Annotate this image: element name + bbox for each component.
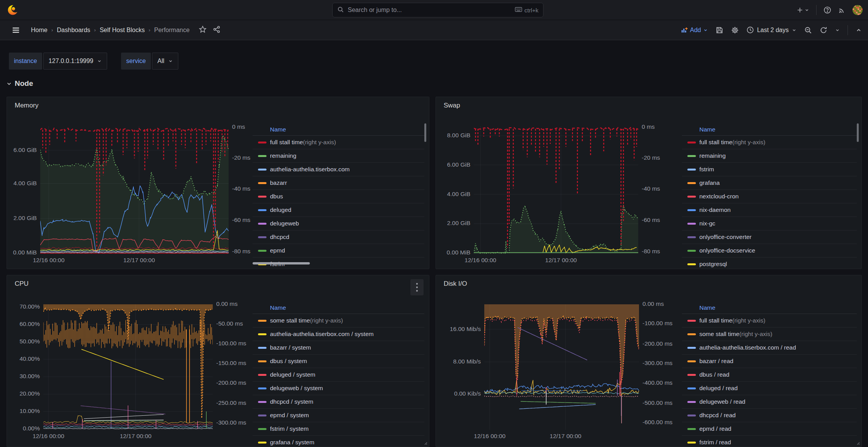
favorite-star-icon[interactable] [199, 26, 207, 35]
legend-series-swatch [687, 169, 696, 171]
time-range-picker[interactable]: Last 2 days [747, 26, 796, 34]
y-axis-label: 0.00 MiB [7, 249, 37, 256]
legend-horizontal-scrollbar-thumb[interactable] [253, 262, 310, 264]
panel-resize-handle[interactable] [422, 440, 428, 445]
legend-row[interactable]: dbus / system [253, 355, 424, 368]
legend-row[interactable]: grafana [682, 176, 857, 190]
chart-series [518, 328, 587, 360]
breadcrumb-dashboards[interactable]: Dashboards [57, 27, 90, 34]
legend-row[interactable]: authelia-authelia.tiserbox.com / system [253, 328, 424, 341]
legend-row[interactable]: nix-daemon [682, 203, 857, 217]
legend-series-swatch [258, 236, 267, 238]
legend-row[interactable]: some stall time (right y-axis) [682, 328, 857, 341]
variable-label-instance[interactable]: instance [9, 53, 42, 70]
legend-row[interactable]: delugeweb / system [253, 382, 424, 395]
legend-row[interactable]: onlyoffice-docservice [682, 244, 857, 258]
help-button[interactable] [824, 6, 831, 14]
right-y-axis-label: 0.00 ms [216, 300, 238, 307]
legend-row[interactable]: dhcpcd [253, 230, 424, 244]
variable-value-service[interactable]: All [152, 53, 178, 70]
keyboard-icon [515, 7, 522, 14]
right-y-axis-label: -250.00 ms [216, 399, 246, 406]
time-series-chart[interactable] [484, 304, 639, 430]
legend-series-name: delugeweb [270, 220, 299, 227]
legend-row[interactable]: deluged / read [682, 382, 857, 395]
legend-row[interactable]: some stall time (right y-axis) [253, 314, 424, 328]
legend-row[interactable]: authelia-authelia.tiserbox.com / read [682, 341, 857, 355]
time-series-chart[interactable] [43, 304, 213, 430]
add-panel-button[interactable]: Add [681, 27, 708, 34]
legend-row[interactable]: delugeweb / read [682, 395, 857, 409]
legend-row[interactable]: onlyoffice-converter [682, 230, 857, 244]
legend-row[interactable]: deluged [253, 203, 424, 217]
legend-row[interactable]: remaining [253, 149, 424, 163]
zoom-out-time-icon[interactable] [804, 26, 812, 34]
legend-row[interactable]: postgresql [682, 258, 857, 269]
panel-resize-handle[interactable] [855, 440, 860, 445]
legend-series-swatch [258, 360, 267, 362]
legend-row[interactable]: remaining [682, 149, 857, 163]
legend-row[interactable]: grafana / system [253, 436, 424, 447]
legend-header-name[interactable]: Name [270, 304, 286, 311]
legend-header-name[interactable]: Name [699, 304, 715, 311]
legend-row[interactable]: fstrim / read [682, 436, 857, 447]
legend-row[interactable]: epmd / read [682, 422, 857, 436]
breadcrumb-home[interactable]: Home [31, 27, 48, 34]
time-series-chart[interactable] [474, 126, 638, 254]
legend-row[interactable]: dhcpcd / read [682, 409, 857, 422]
user-avatar[interactable] [853, 5, 863, 15]
dashboard-variables: instance 127.0.0.1:19999 service All [9, 53, 178, 70]
right-y-axis-label: -600.00 ms [642, 419, 673, 426]
legend-row[interactable]: epmd / system [253, 409, 424, 422]
legend-row[interactable]: deluged / system [253, 368, 424, 382]
x-axis-label: 12/17 00:00 [534, 257, 588, 264]
breadcrumb-folder[interactable]: Self Host Blocks [100, 27, 145, 34]
search-input[interactable]: Search or jump to... ctrl+k [332, 3, 543, 17]
legend-row[interactable]: fstrim / system [253, 422, 424, 436]
legend-row[interactable]: full stall time (right y-axis) [253, 136, 424, 149]
save-dashboard-button[interactable] [716, 26, 723, 34]
legend-row[interactable]: nextcloud-cron [682, 190, 857, 203]
legend-header-name[interactable]: Name [270, 126, 286, 133]
legend-header-name[interactable]: Name [699, 126, 715, 133]
legend-series-suffix: (right y-axis) [739, 331, 772, 338]
legend-row[interactable]: full stall time (right y-axis) [682, 314, 857, 328]
refresh-interval-chevron-icon[interactable] [835, 28, 840, 32]
legend-series-swatch [258, 196, 267, 198]
legend-row[interactable]: bazarr [253, 176, 424, 190]
legend-series-swatch [258, 387, 267, 389]
refresh-button[interactable] [820, 26, 827, 34]
legend-series-swatch [258, 415, 267, 416]
time-series-chart[interactable] [40, 126, 229, 254]
legend-row[interactable]: dhcpcd / system [253, 395, 424, 409]
y-axis-label: 0.00 MiB [436, 249, 470, 256]
menu-toggle-icon[interactable] [12, 26, 20, 36]
legend-row[interactable]: delugeweb [253, 217, 424, 230]
dashboard-settings-icon[interactable] [731, 26, 739, 34]
row-node-toggle[interactable]: Node [7, 79, 33, 88]
legend-row[interactable]: bazarr / read [682, 355, 857, 368]
legend-row[interactable]: full stall time (right y-axis) [682, 136, 857, 149]
legend-row[interactable]: bazarr / system [253, 341, 424, 355]
variable-label-service[interactable]: service [121, 53, 151, 70]
share-icon[interactable] [213, 26, 220, 35]
legend-row[interactable]: epmd [253, 244, 424, 258]
legend-series-swatch [258, 320, 267, 322]
legend-row[interactable]: nix-gc [682, 217, 857, 230]
right-y-axis-label: -80 ms [232, 248, 250, 255]
legend-row[interactable]: fstrim [682, 163, 857, 176]
news-rss-button[interactable] [838, 7, 846, 14]
new-menu-button[interactable] [797, 7, 809, 13]
collapse-toolbar-icon[interactable] [856, 27, 862, 33]
panel-menu-kebab-icon[interactable] [410, 279, 424, 295]
grafana-logo-icon[interactable] [7, 4, 19, 16]
variable-value-instance[interactable]: 127.0.0.1:19999 [43, 53, 108, 70]
right-y-axis-label: 0 ms [232, 123, 245, 130]
legend-row[interactable]: dbus / read [682, 368, 857, 382]
legend-scrollbar-thumb[interactable] [424, 123, 426, 142]
legend-row[interactable]: authelia-authelia.tiserbox.com [253, 163, 424, 176]
legend-scrollbar-thumb[interactable] [857, 123, 859, 142]
legend-row[interactable]: dbus [253, 190, 424, 203]
breadcrumb-separator: › [51, 27, 53, 33]
right-y-axis-label: -200.00 ms [642, 340, 673, 347]
